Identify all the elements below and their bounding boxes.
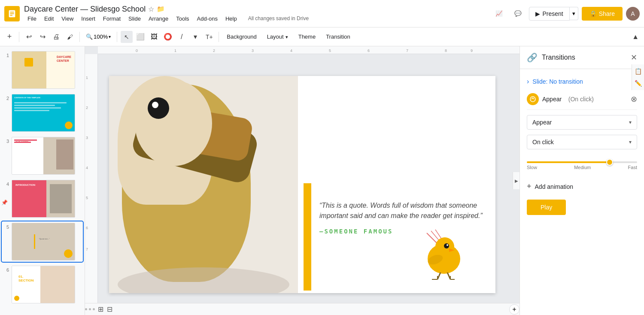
app-icon[interactable]	[4, 6, 20, 21]
theme-button[interactable]: Theme	[294, 32, 320, 42]
toolbar-separator-3	[117, 32, 117, 42]
user-avatar[interactable]: A	[626, 7, 640, 21]
background-button[interactable]: Background	[222, 32, 261, 42]
panel-close-button[interactable]: ✕	[631, 53, 637, 62]
slide-canvas: “This is a quote. Words full of wisdom t…	[109, 76, 495, 293]
menu-slide[interactable]: Slide	[125, 15, 144, 23]
on-click-close: )	[592, 96, 594, 103]
more-shapes[interactable]: ▾	[189, 31, 201, 43]
animation-item: Appear (On click) ⊗	[527, 89, 637, 110]
menu-file[interactable]: File	[24, 15, 40, 23]
share-button[interactable]: 🔒 Share	[582, 7, 623, 21]
zoom-level: 100%	[94, 33, 108, 40]
menu-insert[interactable]: Insert	[78, 15, 99, 23]
speed-section: Slow Medium Fast	[527, 154, 637, 177]
slide-photo-bg	[109, 76, 298, 293]
folder-icon[interactable]: 📁	[157, 5, 165, 13]
panel-header: 🔗 Transitions ✕	[520, 46, 644, 69]
add-animation-button[interactable]: + Add animation	[527, 177, 573, 196]
slide-num-4: 4	[3, 180, 9, 187]
slide-thumbnail-1[interactable]: 1 DAYCARECENTER	[2, 50, 83, 90]
add-button[interactable]: +	[3, 31, 15, 43]
menu-edit[interactable]: Edit	[41, 15, 57, 23]
speed-fast-label: Fast	[628, 165, 637, 170]
slide-transition-row[interactable]: › Slide: No transition	[527, 74, 637, 89]
slide-num-3: 3	[3, 137, 9, 144]
image-tool[interactable]: 🖼	[148, 31, 160, 43]
animation-icon	[527, 93, 539, 105]
shape-tool[interactable]: ⬜	[134, 31, 146, 43]
save-status: All changes saved in Drive	[245, 15, 312, 23]
toolbar-collapse-button[interactable]: ▲	[630, 31, 641, 42]
svg-rect-3	[10, 15, 12, 15]
present-button[interactable]: ▶ Present	[529, 7, 569, 21]
svg-line-14	[447, 273, 450, 279]
present-label: Present	[542, 10, 563, 17]
slide-img-4: INTRODUCTION	[12, 180, 75, 218]
slide-thumbnail-5[interactable]: 5 "Quote text..."	[2, 221, 83, 262]
panel-title: 🔗 Transitions	[527, 52, 575, 63]
transition-button[interactable]: Transition	[322, 32, 355, 42]
star-icon[interactable]: ☆	[148, 5, 154, 13]
on-click-dropdown[interactable]: On click	[527, 135, 637, 149]
zoom-icon: 🔍	[86, 33, 93, 40]
menu-help[interactable]: Help	[222, 15, 240, 23]
menu-format[interactable]: Format	[100, 15, 124, 23]
toolbar: + ↩ ↪ 🖨 🖌 🔍 100% ↖ ⬜ 🖼 ⭕ / ▾ T+ Backgrou…	[0, 27, 644, 46]
slide-img-2: CONTENTS OF THIS TEMPLATE	[12, 94, 75, 132]
present-dropdown-button[interactable]: ▾	[570, 7, 578, 20]
zoom-plus-button[interactable]: +	[509, 304, 519, 315]
select-tool[interactable]: ↖	[121, 31, 133, 43]
undo-button[interactable]: ↩	[23, 31, 35, 43]
menu-arrange[interactable]: Arrange	[145, 15, 172, 23]
text-box-tool[interactable]: T+	[203, 31, 215, 43]
add-animation-label: Add animation	[535, 183, 574, 190]
animation-delete-button[interactable]: ⊗	[631, 94, 637, 104]
toolbar-separator-2	[79, 32, 80, 42]
paint-format-button[interactable]: 🖌	[64, 31, 76, 43]
line-tool[interactable]: /	[176, 31, 188, 43]
slide-thumbnail-2[interactable]: 2 CONTENTS OF THIS TEMPLATE	[2, 93, 83, 133]
panel-body: › Slide: No transition Appear (On click)…	[520, 69, 644, 315]
play-button[interactable]: Play	[527, 200, 566, 215]
ruler-top: 0 1 2 3 4 5 6 7 8 9	[98, 46, 519, 54]
on-click-dropdown-value: On click	[532, 139, 554, 145]
extra-icon-right[interactable]: ✏️	[634, 79, 642, 88]
main-area: 1 DAYCARECENTER 2 CONTENTS OF THIS TEMPL…	[0, 46, 644, 315]
comments-icon[interactable]: 💬	[510, 6, 526, 21]
menu-tools[interactable]: Tools	[173, 15, 192, 23]
zoom-control[interactable]: 🔍 100%	[83, 33, 113, 41]
present-btn-group: ▶ Present ▾	[529, 7, 578, 21]
slide-transition-label: Slide: No transition	[532, 78, 583, 85]
menu-view[interactable]: View	[58, 15, 77, 23]
menu-addons[interactable]: Add-ons	[194, 15, 221, 23]
svg-rect-2	[10, 13, 14, 14]
bottom-dot-1	[85, 308, 87, 310]
present-icon: ▶	[535, 10, 540, 17]
bottom-bar: ⊞ ⊟ +	[85, 303, 519, 315]
slides-icon-right[interactable]: 📋	[634, 67, 642, 76]
layout-button[interactable]: Layout	[263, 32, 292, 42]
circle-tool[interactable]: ⭕	[162, 31, 174, 43]
slide-img-5: "Quote text..."	[12, 223, 75, 260]
slide-thumbnail-4[interactable]: 4 INTRODUCTION	[2, 179, 83, 219]
slide-thumbnail-6[interactable]: 6 01.SECTION	[2, 264, 83, 305]
topbar: Daycare Center — Slidesgo School ☆ 📁 Fil…	[0, 0, 644, 27]
appear-dropdown[interactable]: Appear	[527, 115, 637, 130]
svg-point-10	[447, 244, 448, 246]
appear-dropdown-value: Appear	[532, 119, 552, 126]
quote-yellow-bar	[304, 183, 311, 291]
doc-title: Daycare Center — Slidesgo School ☆ 📁	[24, 5, 312, 14]
speed-slider-thumb[interactable]	[606, 159, 613, 166]
slide-thumbnail-3[interactable]: 3 OUR MOTTO	[2, 136, 83, 176]
print-button[interactable]: 🖨	[50, 31, 62, 43]
redo-button[interactable]: ↪	[36, 31, 49, 43]
speed-slider-track[interactable]	[527, 161, 637, 163]
analytics-icon[interactable]: 📈	[491, 6, 507, 21]
menu-bar: File Edit View Insert Format Slide Arran…	[24, 15, 312, 23]
list-view-button[interactable]: ⊟	[107, 305, 112, 313]
grid-view-button[interactable]: ⊞	[98, 305, 103, 313]
animation-label: Appear (On click)	[542, 96, 627, 103]
expand-panel-button[interactable]: ▶	[513, 172, 519, 189]
transitions-panel: 🔗 Transitions ✕ › Slide: No transition	[519, 46, 644, 315]
